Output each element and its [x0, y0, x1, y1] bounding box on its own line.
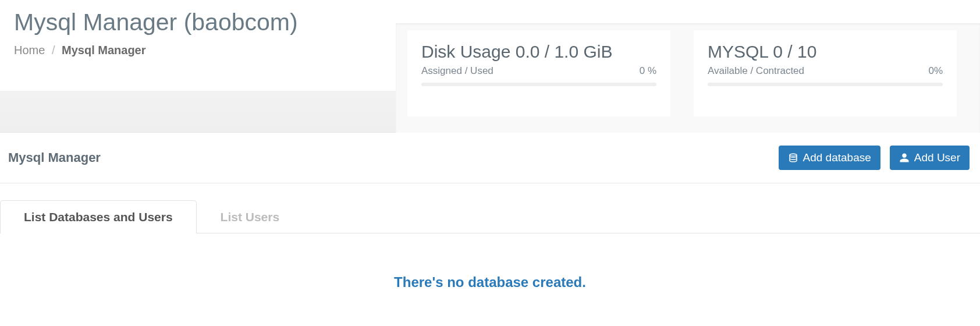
user-icon	[899, 153, 910, 163]
add-user-label: Add User	[914, 151, 960, 164]
database-icon	[788, 153, 798, 163]
empty-state-message: There's no database created.	[0, 233, 980, 314]
add-user-button[interactable]: Add User	[890, 146, 970, 170]
tab-list-users[interactable]: List Users	[197, 200, 304, 233]
stat-mysql: MYSQL 0 / 10 Available / Contracted 0%	[694, 30, 957, 116]
stats-area: Disk Usage 0.0 / 1.0 GiB Assigned / Used…	[396, 23, 980, 133]
stat-disk-title: Disk Usage 0.0 / 1.0 GiB	[421, 42, 656, 62]
page-title: Mysql Manager (baobcom)	[14, 7, 382, 38]
stat-disk-sublabel: Assigned / Used	[421, 65, 493, 77]
stat-mysql-percent: 0%	[928, 65, 943, 77]
tab-list-databases-users[interactable]: List Databases and Users	[0, 200, 197, 233]
panel-header-title: Mysql Manager	[8, 150, 101, 165]
tabs: List Databases and Users List Users	[0, 183, 980, 233]
add-database-button[interactable]: Add database	[779, 146, 880, 170]
stat-mysql-sublabel: Available / Contracted	[708, 65, 804, 77]
breadcrumb-home-link[interactable]: Home	[14, 44, 45, 56]
breadcrumb-separator: /	[48, 44, 59, 56]
stat-mysql-title: MYSQL 0 / 10	[708, 42, 943, 62]
stat-disk-percent: 0 %	[640, 65, 656, 77]
add-database-label: Add database	[803, 151, 871, 164]
panel-header: Mysql Manager Add database Add User	[0, 133, 980, 183]
breadcrumb-current: Mysql Manager	[62, 44, 145, 56]
stat-disk-progress-bar	[421, 83, 656, 86]
breadcrumb: Home / Mysql Manager	[14, 44, 382, 57]
stat-disk-usage: Disk Usage 0.0 / 1.0 GiB Assigned / Used…	[407, 30, 670, 116]
stat-mysql-progress-bar	[708, 83, 943, 86]
